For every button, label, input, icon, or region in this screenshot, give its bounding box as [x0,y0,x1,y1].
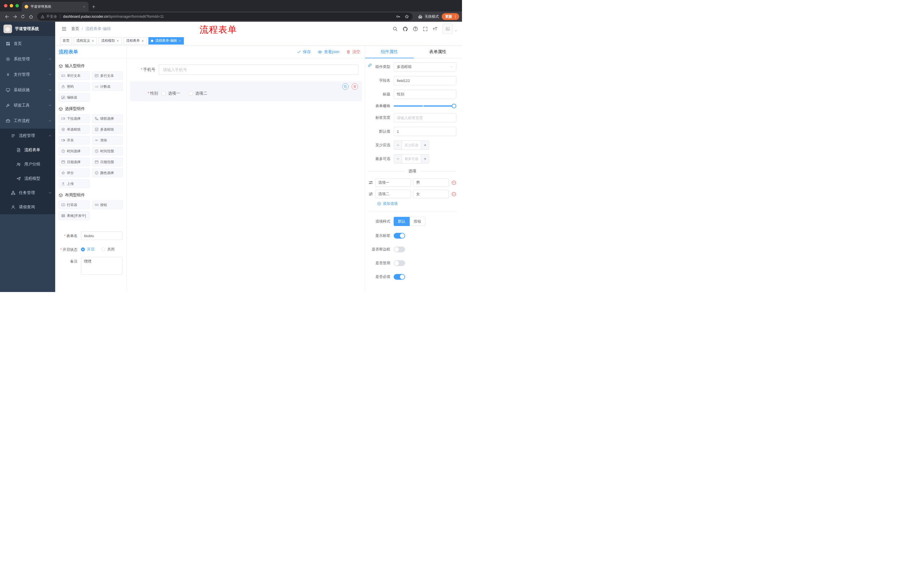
help-icon[interactable] [413,26,418,31]
bookmark-star-icon[interactable] [404,14,409,19]
address-bar[interactable]: 不安全 dashboard.yudao.iocoder.cn/bpm/manag… [37,13,412,21]
option1-value-input[interactable] [413,178,449,187]
gender-option1-checkbox[interactable]: 选项一 [162,91,180,96]
sidebar-item-home[interactable]: 首页 [0,36,55,51]
app-logo[interactable]: 芋道管理系统 [0,22,55,36]
remove-option-icon[interactable] [451,192,456,197]
palette-item-table[interactable]: 表格[开发中] [59,211,90,220]
drag-handle-icon[interactable] [368,180,373,185]
palette-item-time-picker[interactable]: 时间选择 [59,147,90,155]
close-icon[interactable] [91,39,94,42]
form-grid-slider[interactable] [394,105,454,107]
back-button[interactable] [3,13,11,21]
link-icon[interactable] [367,63,372,68]
view-json-button[interactable]: 查看json [318,49,339,54]
close-icon[interactable] [141,39,144,42]
option2-label-input[interactable] [375,190,411,198]
form-name-input[interactable] [81,232,122,240]
decrease-button[interactable] [394,141,402,150]
remove-option-icon[interactable] [451,180,456,185]
sidebar-item-process-manage[interactable]: 流程管理 [0,128,55,143]
palette-item-single-text[interactable]: 单行文本 [59,71,90,80]
palette-item-counter[interactable]: 计数器 [92,82,123,91]
max-select-input[interactable] [402,155,421,163]
close-icon[interactable] [116,39,119,42]
sidebar-item-process-form[interactable]: 流程表单 [0,143,55,157]
palette-item-upload[interactable]: 上传 [59,179,90,188]
palette-item-row-container[interactable]: 行容器 [59,201,90,209]
sidebar-item-system[interactable]: 系统管理 [0,51,55,67]
palette-item-slider[interactable]: 滑块 [92,136,123,145]
security-label[interactable]: 不安全 [46,14,57,19]
decrease-button[interactable] [394,155,402,163]
breadcrumb-home[interactable]: 首页 [71,26,79,31]
form-remark-textarea[interactable]: 嘿嘿 [81,257,122,275]
canvas-field-gender-selected[interactable]: 性别 选项一 选项二 [130,81,362,101]
palette-item-color-picker[interactable]: 颜色选择 [92,169,123,177]
home-button[interactable] [27,13,35,21]
field-name-input[interactable] [394,76,456,85]
tag-process-form[interactable]: 流程表单 [124,37,147,44]
required-toggle[interactable] [394,274,405,280]
browser-tab[interactable]: 芋道管理系统 [22,2,89,12]
slider-handle[interactable] [452,104,456,108]
user-avatar-menu[interactable] [442,24,457,34]
tag-process-definition[interactable]: 流程定义 [74,37,97,44]
palette-item-radio-group[interactable]: 单选框组 [59,125,90,134]
palette-item-date-picker[interactable]: 日期选择 [59,158,90,166]
palette-item-time-range[interactable]: 时间范围 [92,147,123,155]
minimize-window-button[interactable] [10,4,13,7]
increase-button[interactable] [421,141,429,150]
label-width-input[interactable] [394,113,456,122]
close-icon[interactable] [178,39,181,42]
status-on-radio[interactable]: 开启 [81,247,94,252]
sidebar-item-devtools[interactable]: 研发工具 [0,98,55,113]
palette-item-button[interactable]: 按钮 [92,201,123,209]
show-label-toggle[interactable] [394,233,405,239]
palette-item-rate[interactable]: 评分 [59,169,90,177]
font-size-icon[interactable] [432,26,438,31]
github-icon[interactable] [403,26,408,32]
status-off-radio[interactable]: 关闭 [101,247,115,252]
palette-item-select[interactable]: 下拉选择 [59,114,90,123]
increase-button[interactable] [421,155,429,163]
palette-item-cascade[interactable]: 级联选择 [92,114,123,123]
update-button[interactable]: 更新 [442,13,459,20]
close-window-button[interactable] [4,4,7,7]
sidebar-item-workflow[interactable]: 工作流程 [0,113,55,128]
default-value-input[interactable] [394,127,456,136]
title-input[interactable] [394,90,456,99]
disabled-toggle[interactable] [394,260,405,266]
kebab-menu-icon[interactable] [454,15,457,18]
min-select-input[interactable] [402,141,421,150]
option1-label-input[interactable] [375,178,411,187]
tag-process-model[interactable]: 流程模型 [99,37,122,44]
drag-handle-icon[interactable] [368,192,373,196]
tab-component-props[interactable]: 组件属性 [365,46,414,58]
palette-item-multi-text[interactable]: 多行文本 [92,71,123,80]
fullscreen-icon[interactable] [423,26,428,31]
reload-button[interactable] [19,13,27,21]
forward-button[interactable] [11,13,19,21]
close-tab-icon[interactable] [82,5,86,8]
hamburger-icon[interactable] [61,26,67,31]
phone-input[interactable] [159,64,358,75]
delete-field-button[interactable] [351,84,358,90]
palette-item-password[interactable]: 密码 [59,82,90,91]
add-option-button[interactable]: 添加选项 [368,201,456,206]
style-button-button[interactable]: 按钮 [410,217,426,226]
sidebar-item-task-manage[interactable]: 任务管理 [0,186,55,200]
component-type-select[interactable]: 多选框组 [394,62,456,71]
border-toggle[interactable] [394,247,405,252]
style-default-button[interactable]: 默认 [394,217,410,226]
palette-item-editor[interactable]: 编辑器 [59,93,90,102]
palette-item-date-range[interactable]: 日期范围 [92,158,123,166]
tag-home[interactable]: 首页 [60,37,72,44]
tag-process-form-edit[interactable]: 流程表单-编辑 [148,37,184,44]
sidebar-item-process-model[interactable]: 流程模型 [0,171,55,186]
option2-value-input[interactable] [413,190,449,198]
password-key-icon[interactable] [396,14,401,19]
palette-item-switch[interactable]: 开关 [59,136,90,145]
sidebar-item-leave-query[interactable]: 请假查询 [0,200,55,214]
gender-option2-checkbox[interactable]: 选项二 [189,91,207,96]
